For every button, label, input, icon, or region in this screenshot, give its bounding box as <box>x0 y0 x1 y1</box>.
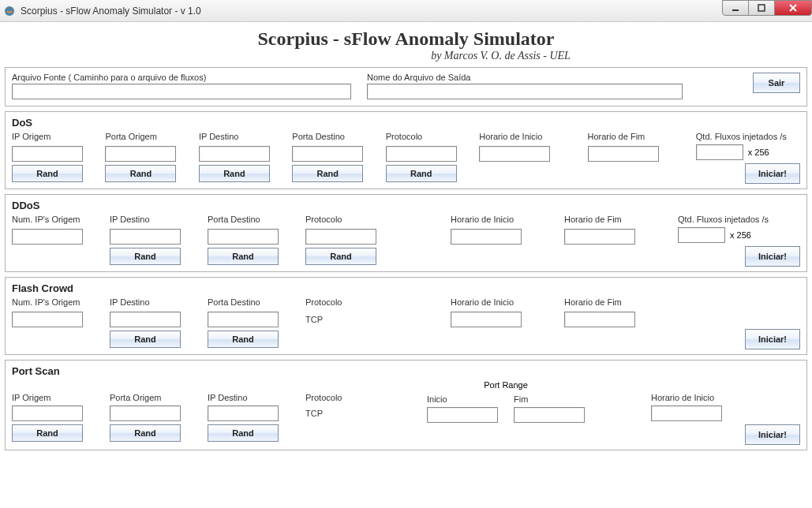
dos-ip-destino-label: IP Destino <box>199 132 273 143</box>
dos-porta-destino-label: Porta Destino <box>292 132 366 143</box>
output-file-input[interactable] <box>367 84 683 99</box>
dos-porta-origem-input[interactable] <box>105 146 176 162</box>
svg-rect-1 <box>732 9 739 11</box>
ps-porta-origem-rand-button[interactable]: Rand <box>110 424 181 442</box>
ps-horario-inicio-label: Horario de Inicio <box>651 380 746 402</box>
window-maximize-button[interactable] <box>748 0 775 16</box>
svg-point-0 <box>5 6 14 16</box>
dos-iniciar-button[interactable]: Iniciar! <box>745 163 800 184</box>
ps-protocolo-label: Protocolo <box>305 380 384 402</box>
fc-protocolo-value: TCP <box>305 312 384 327</box>
dos-qtd-input[interactable] <box>696 144 743 160</box>
ps-inicio-label: Inicio <box>427 394 498 404</box>
flashcrowd-title: Flash Crowd <box>12 282 800 294</box>
fc-horario-inicio-input[interactable] <box>451 312 522 327</box>
ddos-num-ips-label: Num. IP's Origem <box>12 215 91 226</box>
output-file-label: Nome do Arquivo de Saída <box>367 73 683 82</box>
ps-horario-inicio-input[interactable] <box>651 405 722 421</box>
fc-horario-fim-input[interactable] <box>564 312 635 327</box>
ddos-horario-inicio-label: Horario de Inicio <box>451 215 545 226</box>
ps-protocolo-value: TCP <box>305 405 384 421</box>
ps-iniciar-button[interactable]: Iniciar! <box>745 424 800 445</box>
dos-ip-origem-rand-button[interactable]: Rand <box>12 165 83 182</box>
dos-ip-destino-input[interactable] <box>199 146 270 162</box>
ddos-qtd-input[interactable] <box>678 227 725 243</box>
ddos-ip-destino-label: IP Destino <box>110 215 189 226</box>
ps-ip-destino-rand-button[interactable]: Rand <box>208 424 279 442</box>
ps-fim-input[interactable] <box>514 407 585 423</box>
ddos-iniciar-button[interactable]: Iniciar! <box>745 246 800 267</box>
dos-ip-destino-rand-button[interactable]: Rand <box>199 165 270 182</box>
fc-ip-destino-rand-button[interactable]: Rand <box>110 331 181 348</box>
dos-porta-origem-label: Porta Origem <box>105 132 179 143</box>
ddos-title: DDoS <box>12 200 800 211</box>
flashcrowd-panel: Flash Crowd Num. IP's Origem IP Destino … <box>5 277 807 355</box>
window-titlebar: Scorpius - sFlow Anomaly Simulator - v 1… <box>0 0 812 22</box>
fc-num-ips-label: Num. IP's Origem <box>12 297 91 308</box>
file-panel: Arquivo Fonte ( Caminho para o arquivo d… <box>5 67 807 106</box>
svg-rect-2 <box>758 5 765 11</box>
ps-ip-origem-label: IP Origem <box>12 380 91 402</box>
ddos-porta-destino-input[interactable] <box>208 229 279 245</box>
ddos-protocolo-input[interactable] <box>305 229 376 245</box>
fc-num-ips-input[interactable] <box>12 312 83 327</box>
fc-iniciar-button[interactable]: Iniciar! <box>745 329 800 349</box>
dos-horario-fim-label: Horario de Fim <box>588 132 677 143</box>
ps-porta-origem-input[interactable] <box>110 405 181 421</box>
dos-ip-origem-label: IP Origem <box>12 132 86 143</box>
ps-ip-destino-label: IP Destino <box>208 380 286 402</box>
dos-title: DoS <box>12 117 800 129</box>
fc-horario-fim-label: Horario de Fim <box>564 297 659 308</box>
ps-ip-origem-rand-button[interactable]: Rand <box>12 424 83 442</box>
ddos-protocolo-rand-button[interactable]: Rand <box>305 248 376 265</box>
app-title: Scorpius - sFlow Anomaly Simulator <box>5 28 807 50</box>
java-icon <box>3 5 16 17</box>
ps-ip-destino-input[interactable] <box>208 405 279 421</box>
dos-qtd-label: Qtd. Fluxos injetados /s <box>696 132 800 141</box>
dos-porta-origem-rand-button[interactable]: Rand <box>105 165 176 182</box>
portscan-title: Port Scan <box>12 365 800 377</box>
dos-horario-inicio-input[interactable] <box>479 146 550 162</box>
ps-inicio-input[interactable] <box>427 407 498 423</box>
fc-porta-destino-rand-button[interactable]: Rand <box>208 331 279 348</box>
dos-porta-destino-input[interactable] <box>292 146 363 162</box>
app-subtitle: by Marcos V. O. de Assis - UEL <box>431 50 571 62</box>
portscan-panel: Port Scan IP Origem Rand Porta Origem Ra… <box>5 360 807 450</box>
ddos-horario-inicio-input[interactable] <box>451 229 522 245</box>
fc-horario-inicio-label: Horario de Inicio <box>451 297 545 308</box>
ddos-porta-destino-rand-button[interactable]: Rand <box>208 248 279 265</box>
exit-button[interactable]: Sair <box>753 73 800 93</box>
ps-port-range-label: Port Range <box>427 380 585 391</box>
dos-protocolo-input[interactable] <box>386 146 457 162</box>
ps-fim-label: Fim <box>514 394 585 404</box>
dos-protocolo-rand-button[interactable]: Rand <box>386 165 457 182</box>
window-title: Scorpius - sFlow Anomaly Simulator - v 1… <box>21 6 201 17</box>
app-header: Scorpius - sFlow Anomaly Simulator by Ma… <box>5 28 807 62</box>
fc-ip-destino-input[interactable] <box>110 312 181 327</box>
ddos-x256-label: x 256 <box>730 230 751 240</box>
ddos-horario-fim-input[interactable] <box>564 229 635 245</box>
ddos-ip-destino-input[interactable] <box>110 229 181 245</box>
ddos-protocolo-label: Protocolo <box>305 215 384 226</box>
ps-ip-origem-input[interactable] <box>12 405 83 421</box>
fc-porta-destino-input[interactable] <box>208 312 279 327</box>
ddos-horario-fim-label: Horario de Fim <box>564 215 659 226</box>
dos-ip-origem-input[interactable] <box>12 146 83 162</box>
dos-horario-fim-input[interactable] <box>588 146 659 162</box>
dos-horario-inicio-label: Horario de Inicio <box>479 132 568 143</box>
ddos-qtd-label: Qtd. Fluxos injetados /s <box>678 215 788 224</box>
source-file-input[interactable] <box>12 84 351 99</box>
ddos-ip-destino-rand-button[interactable]: Rand <box>110 248 181 265</box>
ddos-panel: DDoS Num. IP's Origem IP Destino Rand Po… <box>5 194 807 272</box>
window-close-button[interactable] <box>774 0 812 16</box>
dos-panel: DoS IP Origem Rand Porta Origem Rand IP … <box>5 111 807 189</box>
window-minimize-button[interactable] <box>722 0 749 16</box>
source-file-label: Arquivo Fonte ( Caminho para o arquivo d… <box>12 73 351 82</box>
fc-ip-destino-label: IP Destino <box>110 297 189 308</box>
ddos-num-ips-input[interactable] <box>12 229 83 245</box>
dos-porta-destino-rand-button[interactable]: Rand <box>292 165 363 182</box>
fc-porta-destino-label: Porta Destino <box>208 297 286 308</box>
fc-protocolo-label: Protocolo <box>305 297 384 308</box>
ddos-porta-destino-label: Porta Destino <box>208 215 286 226</box>
dos-protocolo-label: Protocolo <box>386 132 460 143</box>
